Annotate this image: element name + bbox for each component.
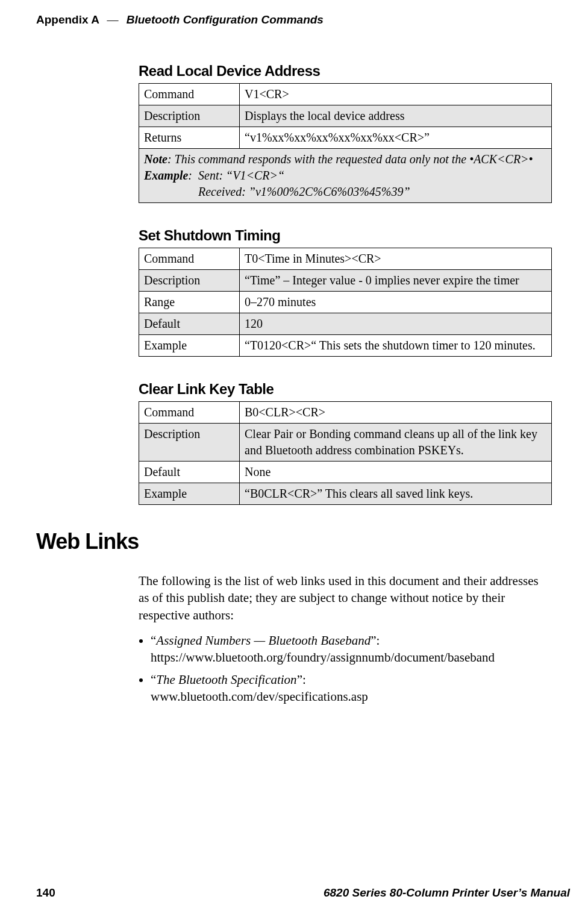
web-links-intro: The following is the list of web links u… (139, 572, 552, 624)
running-head: Appendix A — Bluetooth Configuration Com… (36, 13, 552, 27)
cell-label: Default (139, 462, 240, 483)
list-item: “Assigned Numbers — Bluetooth Baseband”:… (151, 632, 552, 666)
cell-value: “v1%xx%xx%xx%xx%xx%xx<CR>” (240, 127, 552, 149)
running-title: Bluetooth Configuration Commands (127, 13, 324, 26)
cell-label: Default (139, 313, 240, 335)
set-shutdown-title: Set Shutdown Timing (139, 227, 552, 244)
list-item: “The Bluetooth Specification”: www.bluet… (151, 671, 552, 706)
cell-label: Range (139, 292, 240, 313)
table-row: Description Clear Pair or Bonding comman… (139, 424, 552, 462)
table-row: Description “Time” – Integer value - 0 i… (139, 270, 552, 292)
cell-value: “Time” – Integer value - 0 implies never… (240, 270, 552, 292)
table-row: Note: This command responds with the req… (139, 149, 552, 203)
cell-value: T0<Time in Minutes><CR> (240, 248, 552, 270)
cell-label: Description (139, 424, 240, 462)
table-row: Range 0–270 minutes (139, 292, 552, 313)
page-number: 140 (36, 886, 55, 900)
web-links-list: “Assigned Numbers — Bluetooth Baseband”:… (139, 632, 552, 705)
link-title: The Bluetooth Specification (156, 672, 296, 687)
web-links-heading: Web Links (36, 529, 552, 554)
appendix-label: Appendix A (36, 13, 99, 26)
cell-label: Command (139, 248, 240, 270)
cell-label: Description (139, 270, 240, 292)
example-sent: Sent: “V1<CR>“ (198, 169, 284, 182)
cell-label: Description (139, 105, 240, 127)
cell-label: Example (139, 335, 240, 357)
link-url: https://www.bluetooth.org/foundry/assign… (151, 650, 495, 665)
cell-value: 0–270 minutes (240, 292, 552, 313)
table-row: Command T0<Time in Minutes><CR> (139, 248, 552, 270)
table-row: Returns “v1%xx%xx%xx%xx%xx%xx<CR>” (139, 127, 552, 149)
em-dash: — (102, 13, 123, 26)
example-received: Received: ”v1%00%2C%C6%03%45%39” (198, 185, 410, 198)
footer: 140 6820 Series 80-Column Printer User’s… (36, 886, 570, 900)
cell-value: Displays the local device address (240, 105, 552, 127)
read-local-title: Read Local Device Address (139, 63, 552, 80)
cell-label: Command (139, 84, 240, 105)
table-row: Command V1<CR> (139, 84, 552, 105)
table-row: Example “B0CLR<CR>” This clears all save… (139, 483, 552, 505)
table-row: Description Displays the local device ad… (139, 105, 552, 127)
table-row: Example “T0120<CR>“ This sets the shutdo… (139, 335, 552, 357)
link-title: Assigned Numbers — Bluetooth Baseband (156, 633, 371, 648)
note-text: : This command responds with the request… (167, 152, 533, 166)
cell-value: V1<CR> (240, 84, 552, 105)
cell-value: Clear Pair or Bonding command cleans up … (240, 424, 552, 462)
note-cell: Note: This command responds with the req… (139, 149, 552, 203)
cell-value: “B0CLR<CR>” This clears all saved link k… (240, 483, 552, 505)
clear-link-table: Command B0<CLR><CR> Description Clear Pa… (139, 401, 552, 505)
set-shutdown-table: Command T0<Time in Minutes><CR> Descript… (139, 248, 552, 357)
example-lead: Example (144, 169, 188, 182)
read-local-table: Command V1<CR> Description Displays the … (139, 83, 552, 203)
note-lead: Note (144, 152, 167, 166)
table-row: Default 120 (139, 313, 552, 335)
cell-label: Example (139, 483, 240, 505)
table-row: Default None (139, 462, 552, 483)
cell-value: B0<CLR><CR> (240, 402, 552, 424)
cell-value: “T0120<CR>“ This sets the shutdown timer… (240, 335, 552, 357)
cell-label: Returns (139, 127, 240, 149)
manual-title: 6820 Series 80-Column Printer User’s Man… (324, 886, 570, 900)
cell-label: Command (139, 402, 240, 424)
cell-value: None (240, 462, 552, 483)
table-row: Command B0<CLR><CR> (139, 402, 552, 424)
cell-value: 120 (240, 313, 552, 335)
link-url: www.bluetooth.com/dev/specifications.asp (151, 689, 368, 704)
clear-link-title: Clear Link Key Table (139, 381, 552, 398)
